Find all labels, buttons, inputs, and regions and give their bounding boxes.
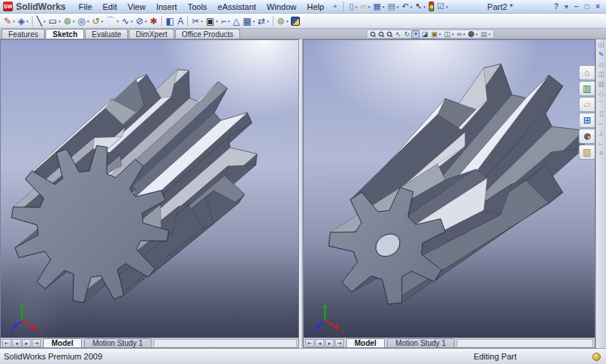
perimeter-circle-dropdown[interactable]: ▾ xyxy=(87,19,89,23)
tab-evaluate[interactable]: Evaluate xyxy=(85,29,128,39)
tab-motion-study-1[interactable]: Motion Study 1 xyxy=(84,338,152,347)
perimeter-circle-icon[interactable]: ◎▾ xyxy=(77,14,91,28)
linear-sketch-pattern-dropdown[interactable]: ▾ xyxy=(253,19,255,23)
view-palette-tab[interactable] xyxy=(579,129,595,144)
fast-forward-button[interactable]: ⇥ xyxy=(335,339,344,347)
ref-tool-6-icon[interactable]: ▯ xyxy=(597,109,606,119)
point-icon[interactable]: ✱ xyxy=(148,14,159,28)
rebuild-icon[interactable] xyxy=(427,1,436,13)
menu-item-file[interactable]: File xyxy=(73,2,98,12)
minimize-button[interactable]: − xyxy=(571,2,582,11)
tangent-arc-dropdown[interactable]: ▾ xyxy=(117,19,119,23)
undo-dropdown[interactable]: ▾ xyxy=(411,5,413,9)
tab-sketch[interactable]: Sketch xyxy=(45,29,84,39)
edit-appearances-icon[interactable]: ▾ xyxy=(467,30,479,39)
menu-item-insert[interactable]: Insert xyxy=(151,2,183,12)
rewind-button[interactable]: ⇤ xyxy=(305,339,314,347)
ref-tool-3-icon[interactable]: ▥ xyxy=(597,79,606,89)
helical-gear-model[interactable] xyxy=(304,40,595,338)
ref-tool-5-icon[interactable]: ⌒ xyxy=(597,99,606,109)
apply-scene-dropdown[interactable]: ▾ xyxy=(489,32,491,36)
exit-sketch-icon[interactable]: ✎▾ xyxy=(2,14,17,28)
rotate-view-icon[interactable]: ↻ xyxy=(403,30,412,39)
smart-dimension-icon[interactable]: ◈▾ xyxy=(17,14,30,28)
design-library-tab[interactable]: ▥ xyxy=(579,81,595,96)
tangent-arc-icon[interactable]: ⌒▾ xyxy=(105,14,120,28)
options-icon[interactable]: ☑▾ xyxy=(436,1,449,13)
display-style-icon[interactable]: ◫▾ xyxy=(442,30,455,39)
ref-tool-2-icon[interactable]: ◫ xyxy=(597,70,606,79)
offset-entities-icon[interactable]: ⌐▾ xyxy=(220,14,232,28)
rewind-button[interactable]: ⇤ xyxy=(2,339,11,347)
help-dropdown-button[interactable]: ▾ xyxy=(561,2,571,11)
convert-entities-dropdown[interactable]: ▾ xyxy=(216,19,218,23)
mirror-about-line-icon[interactable]: △ xyxy=(231,14,241,28)
move-entities-dropdown[interactable]: ▾ xyxy=(267,19,269,23)
view-orientation-dropdown[interactable]: ▾ xyxy=(439,32,441,36)
next-button[interactable]: ▸ xyxy=(22,339,31,347)
quick-tip-icon[interactable] xyxy=(592,353,601,361)
rectangle-dropdown[interactable]: ▾ xyxy=(58,19,61,23)
new-document-dropdown[interactable]: ▾ xyxy=(355,5,358,9)
menu-item-window[interactable]: Window xyxy=(261,2,301,12)
tab-motion-study-1[interactable]: Motion Study 1 xyxy=(387,338,454,347)
offset-entities-dropdown[interactable]: ▾ xyxy=(228,19,230,23)
tab-office-products[interactable]: Office Products xyxy=(175,29,240,39)
move-entities-icon[interactable]: ⇄▾ xyxy=(256,14,270,28)
trim-entities-icon[interactable]: ✂▾ xyxy=(190,14,205,28)
save-icon[interactable]: ▦▾ xyxy=(372,1,386,13)
view-orientation-icon[interactable]: ▣▾ xyxy=(430,30,442,39)
zoom-area-icon[interactable]: Ϙ xyxy=(377,30,386,39)
restore-button[interactable]: □ xyxy=(582,2,592,11)
ellipse-dropdown[interactable]: ▾ xyxy=(145,19,147,23)
save-dropdown[interactable]: ▾ xyxy=(383,5,385,9)
menu-pin-icon[interactable]: ⌖ xyxy=(333,2,337,11)
next-button[interactable]: ▸ xyxy=(325,339,334,347)
appearances-tab[interactable]: ▨ xyxy=(579,145,595,160)
hide-show-items-dropdown[interactable]: ▾ xyxy=(463,32,465,36)
line-icon[interactable]: ╲▾ xyxy=(35,14,47,28)
undo-icon[interactable]: ↶▾ xyxy=(400,1,414,13)
spline-dropdown[interactable]: ▾ xyxy=(131,19,133,23)
apply-scene-icon[interactable]: ▤▾ xyxy=(479,30,492,39)
menu-item-tools[interactable]: Tools xyxy=(183,2,213,12)
display-style-dropdown[interactable]: ▾ xyxy=(451,32,454,36)
ellipse-icon[interactable]: ⊘▾ xyxy=(134,14,148,28)
tab-model[interactable]: Model xyxy=(43,338,82,347)
hide-show-items-icon[interactable]: ∞▾ xyxy=(455,30,467,39)
circle-icon[interactable]: ⊚▾ xyxy=(62,14,77,28)
zoom-fit-icon[interactable]: Ϙ xyxy=(369,30,377,39)
select-icon[interactable]: ↖▾ xyxy=(414,1,427,13)
solidworks-resources-tab[interactable]: ⌂ xyxy=(579,65,595,80)
help-button[interactable]: ? xyxy=(551,2,561,11)
tab-dimxpert[interactable]: DimXpert xyxy=(129,29,174,39)
print-dropdown[interactable]: ▾ xyxy=(397,5,399,9)
ref-tool-4-icon[interactable]: ◇ xyxy=(597,89,606,99)
menu-item-view[interactable]: View xyxy=(123,2,152,12)
sketch-tool-icon[interactable]: ✎ xyxy=(597,50,606,60)
zoom-in-out-icon[interactable]: Ϙ xyxy=(386,30,394,39)
tab-features[interactable]: Features xyxy=(2,29,45,39)
display-relations-dropdown[interactable]: ▾ xyxy=(286,19,289,23)
edit-appearances-dropdown[interactable]: ▾ xyxy=(476,32,478,36)
eassistant-tool-icon[interactable] xyxy=(289,14,301,28)
file-explorer-tab[interactable]: ▱ xyxy=(579,97,595,112)
graphics-area-left[interactable]: Y X Z xyxy=(1,40,298,338)
menu-item-edit[interactable]: Edit xyxy=(98,2,123,12)
rectangle-icon[interactable]: ▭▾ xyxy=(47,14,62,28)
new-document-icon[interactable]: ▯▾ xyxy=(348,1,359,13)
fast-forward-button[interactable]: ⇥ xyxy=(32,339,41,347)
spline-icon[interactable]: ∿▾ xyxy=(120,14,135,28)
ref-tool-7-icon[interactable]: ⌐ xyxy=(597,119,606,129)
section-view-icon[interactable]: ◪ xyxy=(420,30,430,39)
menu-item-help[interactable]: Help xyxy=(301,2,330,12)
pan-icon[interactable]: + xyxy=(411,30,420,39)
ref-tool-1-icon[interactable]: ▭ xyxy=(597,60,606,70)
close-button[interactable]: × xyxy=(592,2,603,11)
centerpoint-arc-dropdown[interactable]: ▾ xyxy=(102,19,104,23)
display-relations-icon[interactable]: ⊚▾ xyxy=(276,14,290,28)
circle-dropdown[interactable]: ▾ xyxy=(73,19,75,23)
ref-tool-9-icon[interactable]: ∟ xyxy=(597,138,606,148)
open-dropdown[interactable]: ▾ xyxy=(368,5,370,9)
menu-item-eassistant[interactable]: eAssistant xyxy=(212,2,261,12)
